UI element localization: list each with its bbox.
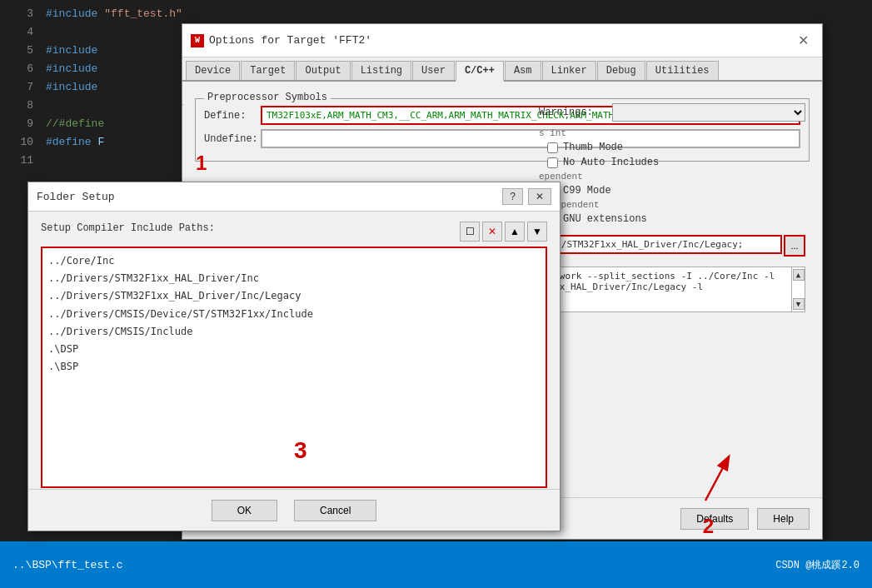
misc-line2: F1xx_HAL_Driver/Inc/Legacy -l (543, 282, 791, 292)
options-tab-bar: Device Target Output Listing User C/C++ … (182, 57, 822, 82)
scroll-down-btn[interactable]: ▼ (793, 298, 805, 310)
options-close-button[interactable]: ✕ (793, 31, 814, 50)
annotation-1: 1 (182, 91, 183, 112)
misc-scrollbar: ▲ ▼ (791, 267, 805, 311)
preprocessor-label: Preprocessor Symbols (204, 92, 331, 103)
folder-ok-button[interactable]: OK (212, 500, 277, 521)
folder-down-btn[interactable]: ▼ (527, 222, 547, 242)
tab-user[interactable]: User (412, 61, 455, 80)
annotation-number-2: 2 (703, 515, 714, 538)
folder-footer: OK Cancel (28, 489, 560, 531)
folder-toolbar: ☐ ✕ ▲ ▼ (460, 222, 547, 242)
c99-mode-row: C99 Mode (539, 185, 805, 197)
thumb-mode-row: Thumb Mode (539, 142, 805, 153)
c99-mode-label: C99 Mode (563, 185, 611, 197)
path-item-7: .\BSP (47, 358, 541, 376)
tab-device[interactable]: Device (186, 61, 240, 80)
annotation-number-1: 1 (196, 152, 207, 175)
folder-up-btn[interactable]: ▲ (505, 222, 525, 242)
scroll-up-btn[interactable]: ▲ (793, 269, 805, 281)
folder-title-buttons: ? ✕ (502, 188, 551, 205)
thumb-mode-label: Thumb Mode (563, 142, 623, 153)
folder-title: Folder Setup (37, 191, 115, 203)
options-title: W Options for Target 'FFT2' (191, 34, 371, 47)
ependent-label: ependent (539, 172, 805, 182)
folder-question-button[interactable]: ? (502, 188, 523, 205)
tab-listing[interactable]: Listing (351, 61, 411, 80)
tab-asm[interactable]: Asm (505, 61, 541, 80)
path-item-3: ../Drivers/STM32F1xx_HAL_Driver/Inc/Lega… (47, 287, 541, 305)
no-auto-includes-row: No Auto Includes (539, 157, 805, 168)
folder-dialog: Folder Setup ? ✕ Setup Compiler Include … (27, 182, 561, 531)
status-bar: ..\BSP\fft_test.c CSDN @桃成蹊2.0 (0, 541, 872, 588)
warnings-select[interactable] (612, 103, 805, 122)
tab-target[interactable]: Target (241, 61, 295, 80)
folder-title-text: Folder Setup (37, 191, 115, 203)
options-title-text: Options for Target 'FFT2' (209, 34, 371, 47)
thumb-mode-checkbox[interactable] (547, 142, 558, 153)
include-path-value: /rs/STM32F1xx_HAL_Driver/Inc/Legacy; (545, 239, 743, 250)
no-auto-includes-checkbox[interactable] (547, 157, 558, 168)
path-item-1: ../Core/Inc (47, 252, 541, 270)
tab-output[interactable]: Output (296, 61, 350, 80)
no-auto-includes-label: No Auto Includes (563, 157, 659, 168)
path-item-6: .\DSP (47, 341, 541, 358)
gnu-extensions-label: GNU extensions (563, 213, 647, 225)
folder-section-label: Setup Compiler Include Paths: (41, 222, 215, 234)
folder-titlebar: Folder Setup ? ✕ (28, 182, 560, 212)
tab-debug[interactable]: Debug (597, 61, 645, 80)
folder-delete-btn[interactable]: ✕ (482, 222, 502, 242)
path-item-4: ../Drivers/CMSIS/Device/ST/STM32F1xx/Inc… (47, 306, 541, 323)
warnings-label: Warnings: (539, 107, 605, 118)
tab-linker[interactable]: Linker (542, 61, 596, 80)
options-titlebar: W Options for Target 'FFT2' ✕ (182, 24, 822, 57)
code-line-3: 3 #include "fft_test.h" (0, 4, 872, 22)
undefine-label: Undefine: (204, 133, 254, 145)
folder-new-btn[interactable]: ☐ (460, 222, 480, 242)
define-label: Define: (204, 110, 254, 122)
path-item-2: ../Drivers/STM32F1xx_HAL_Driver/Inc (47, 270, 541, 287)
tab-cc[interactable]: C/C++ (456, 61, 504, 82)
misc-section: --fwork --split_sections -I ../Core/Inc … (539, 267, 805, 312)
misc-line1: --fwork --split_sections -I ../Core/Inc … (543, 271, 791, 282)
folder-close-button[interactable]: ✕ (528, 188, 551, 205)
status-file: ..\BSP\fft_test.c (12, 559, 123, 571)
include-browse-button[interactable]: ... (784, 235, 805, 257)
tab-utilities[interactable]: Utilities (646, 61, 719, 80)
independent-label: independent (539, 200, 805, 210)
arrow-2-svg (655, 446, 739, 513)
folder-header-row: Setup Compiler Include Paths: ☐ ✕ ▲ ▼ (41, 222, 547, 242)
options-icon: W (191, 34, 204, 47)
folder-cancel-button[interactable]: Cancel (294, 500, 376, 521)
help-button[interactable]: Help (757, 508, 810, 530)
warnings-row: Warnings: (539, 103, 805, 122)
svg-line-1 (705, 461, 726, 501)
right-panel: Warnings: s int Thumb Mode No Auto Inclu… (539, 103, 805, 312)
status-right-text: CSDN @桃成蹊2.0 (775, 558, 860, 572)
gnu-ext-row: GNU extensions (539, 213, 805, 225)
misc-flags-box: --fwork --split_sections -I ../Core/Inc … (539, 267, 805, 312)
path-item-5: ../Drivers/CMSIS/Include (47, 323, 541, 341)
annotation-number-3: 3 (294, 437, 307, 464)
include-section: /rs/STM32F1xx_HAL_Driver/Inc/Legacy; ... (539, 235, 805, 254)
signed-char-label: s int (539, 128, 805, 138)
